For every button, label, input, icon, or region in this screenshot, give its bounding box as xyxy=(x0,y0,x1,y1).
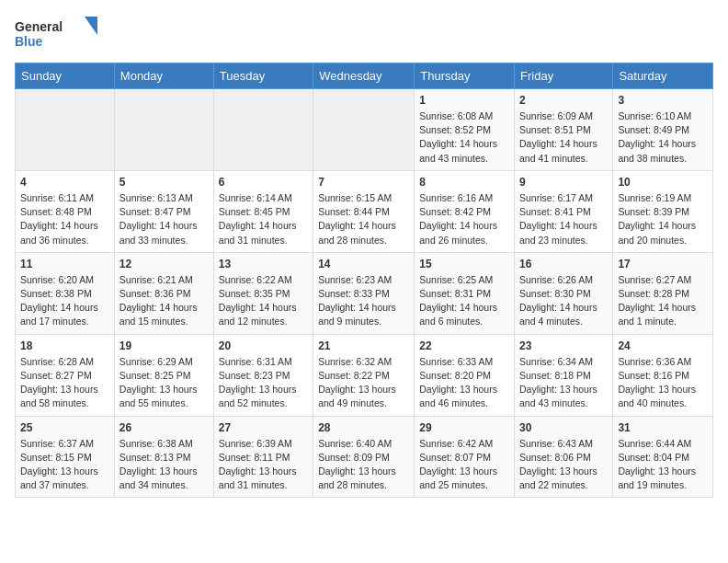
cell-content: Sunrise: 6:29 AMSunset: 8:25 PMDaylight:… xyxy=(119,355,209,411)
cell-content: Sunrise: 6:43 AMSunset: 8:06 PMDaylight:… xyxy=(519,437,608,493)
cell-content: Sunrise: 6:22 AMSunset: 8:35 PMDaylight:… xyxy=(219,273,308,329)
calendar-cell: 11Sunrise: 6:20 AMSunset: 8:38 PMDayligh… xyxy=(16,252,115,334)
day-number: 29 xyxy=(419,421,509,434)
calendar-cell: 10Sunrise: 6:19 AMSunset: 8:39 PMDayligh… xyxy=(613,170,713,252)
cell-content: Sunrise: 6:08 AMSunset: 8:52 PMDaylight:… xyxy=(419,109,509,166)
calendar-cell: 24Sunrise: 6:36 AMSunset: 8:16 PMDayligh… xyxy=(613,334,713,416)
calendar-cell: 19Sunrise: 6:29 AMSunset: 8:25 PMDayligh… xyxy=(114,334,213,416)
calendar-cell: 15Sunrise: 6:25 AMSunset: 8:31 PMDayligh… xyxy=(415,252,515,334)
logo: General Blue xyxy=(15,15,97,52)
day-number: 4 xyxy=(20,176,109,189)
day-number: 21 xyxy=(318,339,409,352)
svg-text:Blue: Blue xyxy=(15,34,43,49)
svg-text:General: General xyxy=(15,19,63,34)
calendar-cell: 3Sunrise: 6:10 AMSunset: 8:49 PMDaylight… xyxy=(613,89,713,171)
calendar-cell: 9Sunrise: 6:17 AMSunset: 8:41 PMDaylight… xyxy=(515,170,613,252)
calendar-cell: 18Sunrise: 6:28 AMSunset: 8:27 PMDayligh… xyxy=(16,334,115,416)
calendar-cell: 20Sunrise: 6:31 AMSunset: 8:23 PMDayligh… xyxy=(213,334,313,416)
cell-content: Sunrise: 6:44 AMSunset: 8:04 PMDaylight:… xyxy=(618,437,708,493)
calendar-cell: 12Sunrise: 6:21 AMSunset: 8:36 PMDayligh… xyxy=(114,252,213,334)
cell-content: Sunrise: 6:19 AMSunset: 8:39 PMDaylight:… xyxy=(618,191,708,247)
day-header-wednesday: Wednesday xyxy=(313,63,415,89)
day-number: 24 xyxy=(618,339,708,352)
day-number: 13 xyxy=(219,258,308,270)
day-number: 3 xyxy=(618,94,708,107)
calendar-week-5: 25Sunrise: 6:37 AMSunset: 8:15 PMDayligh… xyxy=(16,416,713,498)
day-header-sunday: Sunday xyxy=(16,63,115,89)
cell-content: Sunrise: 6:32 AMSunset: 8:22 PMDaylight:… xyxy=(318,355,409,411)
day-header-tuesday: Tuesday xyxy=(213,63,313,89)
cell-content: Sunrise: 6:31 AMSunset: 8:23 PMDaylight:… xyxy=(219,355,308,411)
day-number: 12 xyxy=(119,258,209,270)
calendar-cell: 22Sunrise: 6:33 AMSunset: 8:20 PMDayligh… xyxy=(415,334,515,416)
calendar-week-1: 1Sunrise: 6:08 AMSunset: 8:52 PMDaylight… xyxy=(16,89,713,171)
calendar-cell: 31Sunrise: 6:44 AMSunset: 8:04 PMDayligh… xyxy=(613,416,713,498)
calendar-cell: 14Sunrise: 6:23 AMSunset: 8:33 PMDayligh… xyxy=(313,252,415,334)
cell-content: Sunrise: 6:17 AMSunset: 8:41 PMDaylight:… xyxy=(519,191,608,247)
cell-content: Sunrise: 6:37 AMSunset: 8:15 PMDaylight:… xyxy=(20,437,109,493)
calendar-cell: 8Sunrise: 6:16 AMSunset: 8:42 PMDaylight… xyxy=(415,170,515,252)
calendar-cell: 27Sunrise: 6:39 AMSunset: 8:11 PMDayligh… xyxy=(213,416,313,498)
calendar-cell: 26Sunrise: 6:38 AMSunset: 8:13 PMDayligh… xyxy=(114,416,213,498)
calendar-week-4: 18Sunrise: 6:28 AMSunset: 8:27 PMDayligh… xyxy=(16,334,713,416)
cell-content: Sunrise: 6:25 AMSunset: 8:31 PMDaylight:… xyxy=(419,273,509,329)
cell-content: Sunrise: 6:10 AMSunset: 8:49 PMDaylight:… xyxy=(618,109,708,166)
cell-content: Sunrise: 6:20 AMSunset: 8:38 PMDaylight:… xyxy=(20,273,109,329)
cell-content: Sunrise: 6:16 AMSunset: 8:42 PMDaylight:… xyxy=(419,191,509,247)
calendar-cell: 2Sunrise: 6:09 AMSunset: 8:51 PMDaylight… xyxy=(515,89,613,171)
calendar-week-2: 4Sunrise: 6:11 AMSunset: 8:48 PMDaylight… xyxy=(16,170,713,252)
cell-content: Sunrise: 6:39 AMSunset: 8:11 PMDaylight:… xyxy=(219,437,308,493)
cell-content: Sunrise: 6:42 AMSunset: 8:07 PMDaylight:… xyxy=(419,437,509,493)
cell-content: Sunrise: 6:26 AMSunset: 8:30 PMDaylight:… xyxy=(519,273,608,329)
calendar-cell xyxy=(114,89,213,171)
day-number: 9 xyxy=(519,176,608,189)
calendar-cell: 1Sunrise: 6:08 AMSunset: 8:52 PMDaylight… xyxy=(415,89,515,171)
day-number: 17 xyxy=(618,258,708,270)
cell-content: Sunrise: 6:21 AMSunset: 8:36 PMDaylight:… xyxy=(119,273,209,329)
calendar-cell: 16Sunrise: 6:26 AMSunset: 8:30 PMDayligh… xyxy=(515,252,613,334)
calendar-cell: 28Sunrise: 6:40 AMSunset: 8:09 PMDayligh… xyxy=(313,416,415,498)
day-number: 18 xyxy=(20,339,109,352)
calendar-cell xyxy=(313,89,415,171)
day-number: 31 xyxy=(618,421,708,434)
day-number: 5 xyxy=(119,176,209,189)
day-number: 20 xyxy=(219,339,308,352)
day-number: 11 xyxy=(20,258,109,270)
cell-content: Sunrise: 6:34 AMSunset: 8:18 PMDaylight:… xyxy=(519,355,608,411)
day-number: 2 xyxy=(519,94,608,107)
calendar-cell: 7Sunrise: 6:15 AMSunset: 8:44 PMDaylight… xyxy=(313,170,415,252)
cell-content: Sunrise: 6:15 AMSunset: 8:44 PMDaylight:… xyxy=(318,191,409,247)
cell-content: Sunrise: 6:13 AMSunset: 8:47 PMDaylight:… xyxy=(119,191,209,247)
day-number: 10 xyxy=(618,176,708,189)
day-number: 8 xyxy=(419,176,509,189)
calendar-cell: 6Sunrise: 6:14 AMSunset: 8:45 PMDaylight… xyxy=(213,170,313,252)
day-number: 23 xyxy=(519,339,608,352)
day-number: 27 xyxy=(219,421,308,434)
cell-content: Sunrise: 6:28 AMSunset: 8:27 PMDaylight:… xyxy=(20,355,109,411)
day-number: 15 xyxy=(419,258,509,270)
cell-content: Sunrise: 6:36 AMSunset: 8:16 PMDaylight:… xyxy=(618,355,708,411)
day-header-friday: Friday xyxy=(515,63,613,89)
calendar-cell: 29Sunrise: 6:42 AMSunset: 8:07 PMDayligh… xyxy=(415,416,515,498)
calendar-cell: 23Sunrise: 6:34 AMSunset: 8:18 PMDayligh… xyxy=(515,334,613,416)
calendar-cell xyxy=(16,89,115,171)
calendar-header-row: SundayMondayTuesdayWednesdayThursdayFrid… xyxy=(16,63,713,89)
cell-content: Sunrise: 6:11 AMSunset: 8:48 PMDaylight:… xyxy=(20,191,109,247)
day-number: 26 xyxy=(119,421,209,434)
day-number: 6 xyxy=(219,176,308,189)
calendar-cell: 21Sunrise: 6:32 AMSunset: 8:22 PMDayligh… xyxy=(313,334,415,416)
cell-content: Sunrise: 6:23 AMSunset: 8:33 PMDaylight:… xyxy=(318,273,409,329)
calendar-cell: 17Sunrise: 6:27 AMSunset: 8:28 PMDayligh… xyxy=(613,252,713,334)
day-number: 7 xyxy=(318,176,409,189)
calendar-week-3: 11Sunrise: 6:20 AMSunset: 8:38 PMDayligh… xyxy=(16,252,713,334)
svg-marker-2 xyxy=(85,17,97,35)
day-number: 14 xyxy=(318,258,409,270)
calendar-cell: 30Sunrise: 6:43 AMSunset: 8:06 PMDayligh… xyxy=(515,416,613,498)
day-header-saturday: Saturday xyxy=(613,63,713,89)
cell-content: Sunrise: 6:38 AMSunset: 8:13 PMDaylight:… xyxy=(119,437,209,493)
cell-content: Sunrise: 6:14 AMSunset: 8:45 PMDaylight:… xyxy=(219,191,308,247)
cell-content: Sunrise: 6:40 AMSunset: 8:09 PMDaylight:… xyxy=(318,437,409,493)
day-number: 1 xyxy=(419,94,509,107)
page-header: General Blue xyxy=(15,15,713,52)
calendar-cell: 13Sunrise: 6:22 AMSunset: 8:35 PMDayligh… xyxy=(213,252,313,334)
